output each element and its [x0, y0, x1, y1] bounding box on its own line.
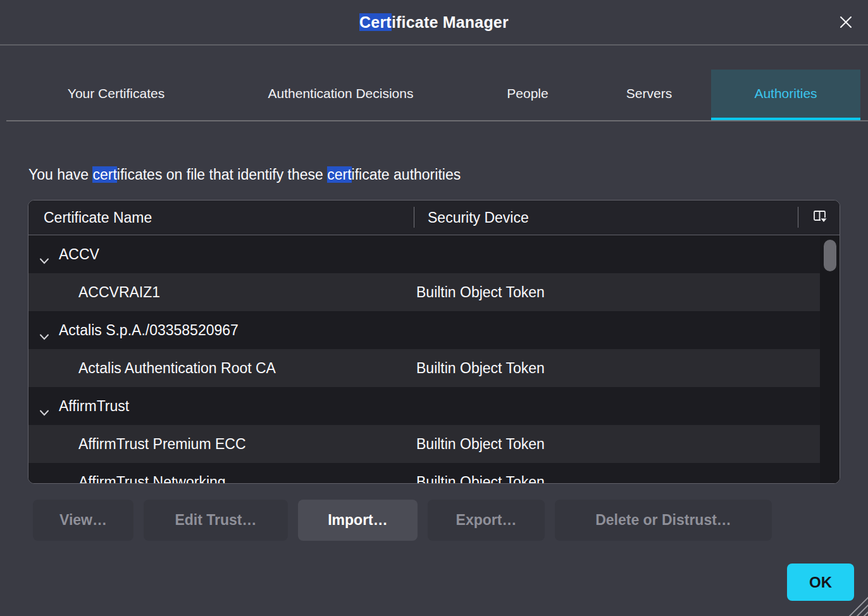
tab-authentication-decisions[interactable]: Authentication Decisions: [213, 70, 468, 118]
ok-button[interactable]: OK: [787, 564, 854, 601]
table-row[interactable]: AffirmTrust Premium ECC Builtin Object T…: [28, 425, 840, 463]
certificate-name: AffirmTrust Premium ECC: [28, 436, 246, 453]
certificate-name-cell: Actalis S.p.A./03358520967: [28, 311, 414, 349]
column-picker-button[interactable]: [802, 200, 840, 235]
column-picker-icon: [813, 210, 828, 226]
tab-label: Servers: [626, 86, 672, 101]
tab-label: Authorities: [754, 86, 817, 101]
certificate-name-cell: AffirmTrust Networking: [28, 463, 414, 484]
certificate-name: Actalis Authentication Root CA: [28, 360, 276, 377]
security-device-cell: Builtin Object Token: [414, 474, 840, 484]
close-icon: [836, 13, 855, 34]
certificate-name: ACCVRAIZ1: [28, 284, 160, 301]
column-divider: [798, 207, 798, 228]
description-find-highlight: cert: [92, 166, 116, 183]
table-row[interactable]: ACCVRAIZ1 Builtin Object Token: [28, 273, 840, 311]
certificate-name-cell: AffirmTrust: [28, 387, 414, 425]
security-device-cell: Builtin Object Token: [414, 284, 840, 301]
description-text: You have certificates on file that ident…: [28, 166, 461, 183]
certificates-table: Certificate Name Security Device: [28, 200, 840, 484]
edit-trust-button[interactable]: Edit Trust…: [144, 500, 288, 541]
chevron-down-icon[interactable]: [39, 251, 49, 257]
column-header-security-device[interactable]: Security Device: [428, 200, 529, 235]
column-header-certificate-name[interactable]: Certificate Name: [44, 200, 152, 235]
column-divider: [414, 207, 414, 228]
title-rest: ificate Manager: [392, 13, 509, 31]
import-button[interactable]: Import…: [298, 500, 418, 541]
chevron-down-icon[interactable]: [39, 327, 49, 333]
description-find-highlight: cert: [327, 166, 351, 183]
table-row[interactable]: AffirmTrust Networking Builtin Object To…: [28, 463, 840, 484]
tab-people[interactable]: People: [468, 70, 587, 118]
column-header-label: Certificate Name: [44, 209, 152, 226]
column-header-label: Security Device: [428, 209, 529, 226]
table-scrollbar[interactable]: [820, 236, 840, 483]
table-header: Certificate Name Security Device: [28, 200, 840, 235]
certificate-manager-dialog: Certificate Manager Your Certificates Au…: [0, 0, 868, 616]
tab-label: Your Certificates: [68, 86, 164, 101]
security-device-cell: Builtin Object Token: [414, 436, 840, 453]
action-button-row: View… Edit Trust… Import… Export… Delete…: [33, 500, 772, 541]
table-body: ACCV ACCVRAIZ1 Builtin Object Token Acta…: [28, 235, 840, 484]
description-part: You have: [28, 166, 92, 183]
certificate-name-cell: ACCVRAIZ1: [28, 273, 414, 311]
table-row[interactable]: Actalis Authentication Root CA Builtin O…: [28, 349, 840, 387]
security-device-cell: Builtin Object Token: [414, 360, 840, 377]
export-button[interactable]: Export…: [428, 500, 545, 541]
table-row-group[interactable]: AffirmTrust: [28, 387, 840, 425]
page-title: Certificate Manager: [359, 13, 509, 32]
tab-label: Authentication Decisions: [268, 86, 414, 101]
certificate-name: AffirmTrust Networking: [28, 474, 226, 484]
title-find-highlight: Cert: [359, 13, 392, 31]
certificate-name-cell: ACCV: [28, 235, 414, 273]
tab-your-certificates[interactable]: Your Certificates: [19, 70, 213, 118]
titlebar: Certificate Manager: [0, 0, 868, 46]
chevron-down-icon[interactable]: [39, 403, 49, 409]
description-part: ificates on file that identify these: [117, 166, 327, 183]
certificate-name-cell: Actalis Authentication Root CA: [28, 349, 414, 387]
certificate-name: Actalis S.p.A./03358520967: [28, 322, 239, 339]
table-row-group[interactable]: Actalis S.p.A./03358520967: [28, 311, 840, 349]
tab-label: People: [507, 86, 548, 101]
tab-bar: Your Certificates Authentication Decisio…: [19, 70, 860, 118]
table-row-group[interactable]: ACCV: [28, 235, 840, 273]
delete-or-distrust-button[interactable]: Delete or Distrust…: [555, 500, 772, 541]
scrollbar-thumb[interactable]: [824, 240, 836, 271]
certificate-name-cell: AffirmTrust Premium ECC: [28, 425, 414, 463]
description-part: ificate authorities: [352, 166, 461, 183]
tab-separator: [6, 120, 868, 121]
tab-servers[interactable]: Servers: [587, 70, 711, 118]
view-button[interactable]: View…: [33, 500, 133, 541]
tab-authorities[interactable]: Authorities: [711, 70, 860, 121]
close-button[interactable]: [835, 12, 857, 34]
